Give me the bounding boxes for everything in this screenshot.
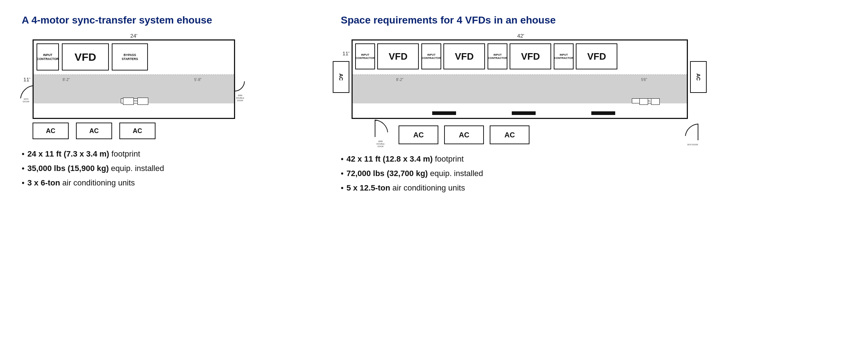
plan2-vfd-4: VFD <box>576 43 617 69</box>
plan2-ac-side-right: AC <box>690 61 707 93</box>
plan2-ac-1: AC <box>399 125 438 144</box>
plan1-bypass-starters: BYPASSSTARTERS <box>112 43 148 70</box>
plan1-floor: INPUTCONTRACTOR VFD BYPASSSTARTERS 8'-2"… <box>33 39 235 119</box>
plan2-ac-row: AC AC AC <box>399 125 846 144</box>
plan1-ac-1: AC <box>33 123 69 139</box>
plan2-vfd-3: VFD <box>510 43 551 69</box>
plan2-dim-side: 11' <box>341 50 349 56</box>
section-2: Space requirements for 4 VFDs in an ehou… <box>341 14 846 359</box>
section2-bullets: • 42 x 11 ft (12.8 x 3.4 m) footprint • … <box>341 154 483 198</box>
s2-bullet3-bold: 5 x 12.5-ton <box>346 183 390 192</box>
plan2-black-bar-3 <box>591 111 615 115</box>
plan2-top-row: INPUTCONTRACTOR VFD INPUTCONTRACTOR VFD … <box>353 40 687 75</box>
s2-bullet2-bold: 72,000 lbs (32,700 kg) <box>346 169 428 178</box>
plan2-door-left-label: 8080DOUBLEDOOR <box>371 140 390 148</box>
plan1-door-right: 8080DOUBLEDOOR <box>234 71 247 102</box>
plan2-input-1: INPUTCONTRACTOR <box>355 43 375 69</box>
s2-bullet-3: • 5 x 12.5-ton air conditioning units <box>341 183 483 193</box>
plan2-wrapper: 42' 11' AC INPUTCONTRACTOR <box>341 33 846 144</box>
plan1-walkway-dim2: 5'-8" <box>194 78 201 82</box>
plan2-vfd-1: VFD <box>377 43 419 69</box>
plan1-dim-side: 11' <box>22 76 30 82</box>
plan2-ac-3: AC <box>490 125 529 144</box>
plan1-ac-2: AC <box>76 123 112 139</box>
plan1-walkway: 8'-2" 5'-8" 480V PANEL <box>34 75 234 113</box>
bullet1-bold: 24 x 11 ft (7.3 x 3.4 m) <box>27 149 109 158</box>
section2-title: Space requirements for 4 VFDs in an ehou… <box>341 14 556 26</box>
plan1-door-left-label: 3070DOOR <box>20 98 32 103</box>
plan2-door-left: 8080DOUBLEDOOR <box>371 117 390 148</box>
section1-bullets: • 24 x 11 ft (7.3 x 3.4 m) footprint • 3… <box>22 149 164 193</box>
plan1-vfd: VFD <box>62 43 109 70</box>
plan2-input-3: INPUTCONTRACTOR <box>488 43 507 69</box>
door-double-right-icon <box>234 71 247 95</box>
plan2-black-bar-1 <box>432 111 456 115</box>
plan1-ac-3: AC <box>119 123 156 139</box>
plan2-unit-3: INPUTCONTRACTOR VFD <box>485 40 551 74</box>
plan2-door-right: 3070 DOOR <box>684 122 702 146</box>
bullet3-bold: 3 x 6-ton <box>27 178 60 187</box>
s2-bullet3-normal: air conditioning units <box>390 183 465 192</box>
plan2-small-boxes <box>639 98 660 105</box>
s2-bullet1-normal: footprint <box>433 154 464 163</box>
plan2-unit-4: INPUTCONTRACTOR VFD <box>551 40 617 74</box>
plan2-black-bar-2 <box>512 111 536 115</box>
plan1-input-contractor: INPUTCONTRACTOR <box>37 43 59 70</box>
plan2-vfd-2: VFD <box>443 43 485 69</box>
bullet-2: • 35,000 lbs (15,900 kg) equip. installe… <box>22 164 164 173</box>
s2-bullet1-bold: 42 x 11 ft (12.8 x 3.4 m) <box>346 154 433 163</box>
plan2-floor: INPUTCONTRACTOR VFD INPUTCONTRACTOR VFD … <box>352 39 688 119</box>
plan2-dim-top: 42' <box>352 33 690 39</box>
s2-bullet-1: • 42 x 11 ft (12.8 x 3.4 m) footprint <box>341 154 483 164</box>
plan2-container: AC INPUTCONTRACTOR VFD <box>352 39 688 119</box>
plan2-input-2: INPUTCONTRACTOR <box>421 43 441 69</box>
plan2-ac-2: AC <box>444 125 484 144</box>
plan1-walkway-dim1: 8'-2" <box>63 78 70 82</box>
section1-title: A 4-motor sync-transfer system ehouse <box>22 14 212 26</box>
plan2-door-right-label: 3070 DOOR <box>684 144 702 146</box>
bullet1-normal: footprint <box>109 149 140 158</box>
plan1-small-boxes <box>123 98 148 105</box>
plan1-dim-top: 24' <box>33 33 235 39</box>
plan2-unit-2: INPUTCONTRACTOR VFD <box>419 40 485 74</box>
plan2-ac-side-left: AC <box>333 61 349 93</box>
bullet3-normal: air conditioning units <box>60 178 135 187</box>
plan2-unit-1: INPUTCONTRACTOR VFD <box>353 40 419 74</box>
bullet2-bold: 35,000 lbs (15,900 kg) <box>27 164 109 173</box>
bullet2-normal: equip. installed <box>109 164 164 173</box>
plan2-walkway-dim1: 8'-2" <box>396 78 403 82</box>
door-arc-left-p2-icon <box>371 117 390 139</box>
plan2-walkway: 8'-2" 5'6" 480V PANEL <box>353 75 687 113</box>
bullet-3: • 3 x 6-ton air conditioning units <box>22 178 164 188</box>
plan2-walkway-dim2: 5'6" <box>641 78 647 82</box>
s2-bullet2-normal: equip. installed <box>428 169 483 178</box>
plan1-top-row: INPUTCONTRACTOR VFD BYPASSSTARTERS <box>34 40 234 75</box>
plan1-wrapper: 24' 11' 3070DOOR INPUT <box>22 33 319 139</box>
section-1: A 4-motor sync-transfer system ehouse 24… <box>22 14 319 359</box>
plan1-ac-row: AC AC AC <box>33 123 319 139</box>
bullet-1: • 24 x 11 ft (7.3 x 3.4 m) footprint <box>22 149 164 159</box>
s2-bullet-2: • 72,000 lbs (32,700 kg) equip. installe… <box>341 169 483 178</box>
door-arc-right-p2-icon <box>684 122 702 142</box>
plan1-door-right-label: 8080DOUBLEDOOR <box>234 94 247 102</box>
plan2-input-4: INPUTCONTRACTOR <box>554 43 574 69</box>
